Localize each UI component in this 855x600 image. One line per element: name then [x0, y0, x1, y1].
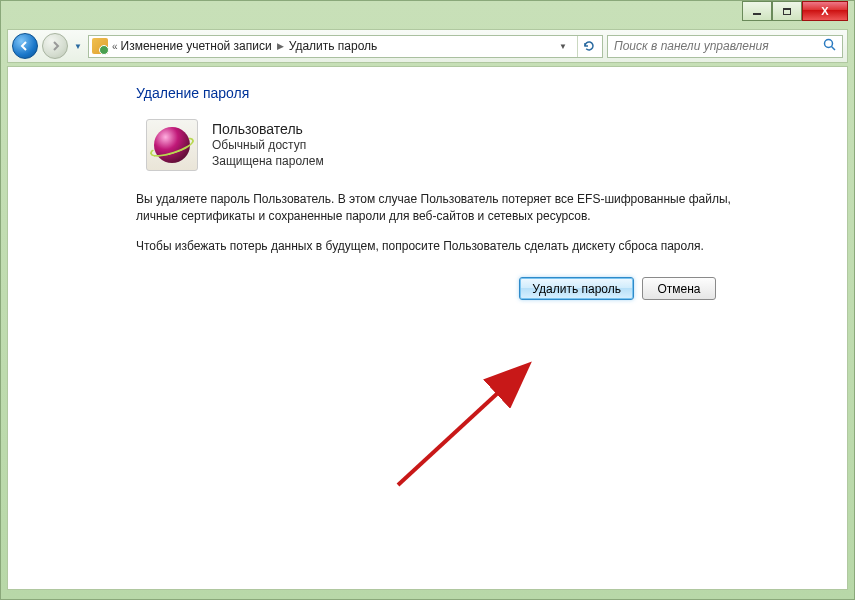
- window-controls: X: [742, 1, 848, 21]
- navigation-bar: ▼ « Изменение учетной записи ▶ Удалить п…: [7, 29, 848, 63]
- svg-line-2: [398, 367, 526, 485]
- breadcrumb: « Изменение учетной записи ▶ Удалить пар…: [112, 39, 377, 53]
- minimize-button[interactable]: [742, 1, 772, 21]
- refresh-icon: [582, 39, 596, 53]
- breadcrumb-item[interactable]: Удалить пароль: [289, 39, 378, 53]
- search-icon: [823, 38, 836, 54]
- chevron-right-icon: ▶: [275, 41, 286, 51]
- back-button[interactable]: [12, 33, 38, 59]
- refresh-button[interactable]: [577, 36, 599, 57]
- avatar-sphere-icon: [154, 127, 190, 163]
- content-area: Удаление пароля Пользователь Обычный дос…: [7, 66, 848, 590]
- close-icon: X: [821, 5, 828, 17]
- page-title: Удаление пароля: [136, 85, 819, 101]
- user-accounts-icon: [92, 38, 108, 54]
- arrow-left-icon: [19, 40, 31, 52]
- cancel-button[interactable]: Отмена: [642, 277, 716, 300]
- window-frame: X ▼ « Изменение учетной записи ▶ Удалить…: [0, 0, 855, 600]
- breadcrumb-chevrons-icon: «: [112, 41, 118, 52]
- warning-paragraph-1: Вы удаляете пароль Пользователь. В этом …: [136, 191, 756, 226]
- search-input[interactable]: [614, 39, 823, 53]
- address-dropdown[interactable]: ▼: [553, 42, 573, 51]
- delete-password-button[interactable]: Удалить пароль: [519, 277, 634, 300]
- arrow-right-icon: [49, 40, 61, 52]
- forward-button[interactable]: [42, 33, 68, 59]
- svg-point-0: [825, 40, 833, 48]
- user-name: Пользователь: [212, 121, 324, 137]
- user-account-block: Пользователь Обычный доступ Защищена пар…: [146, 119, 819, 171]
- svg-line-1: [832, 47, 836, 51]
- annotation-arrow: [388, 355, 548, 495]
- maximize-button[interactable]: [772, 1, 802, 21]
- avatar: [146, 119, 198, 171]
- address-bar[interactable]: « Изменение учетной записи ▶ Удалить пар…: [88, 35, 603, 58]
- search-box[interactable]: [607, 35, 843, 58]
- breadcrumb-item[interactable]: Изменение учетной записи: [121, 39, 272, 53]
- close-button[interactable]: X: [802, 1, 848, 21]
- warning-paragraph-2: Чтобы избежать потерь данных в будущем, …: [136, 238, 756, 255]
- user-info: Пользователь Обычный доступ Защищена пар…: [212, 119, 324, 171]
- user-protection-status: Защищена паролем: [212, 153, 324, 169]
- user-access-level: Обычный доступ: [212, 137, 324, 153]
- nav-history-dropdown[interactable]: ▼: [72, 42, 84, 51]
- button-row: Удалить пароль Отмена: [136, 277, 716, 300]
